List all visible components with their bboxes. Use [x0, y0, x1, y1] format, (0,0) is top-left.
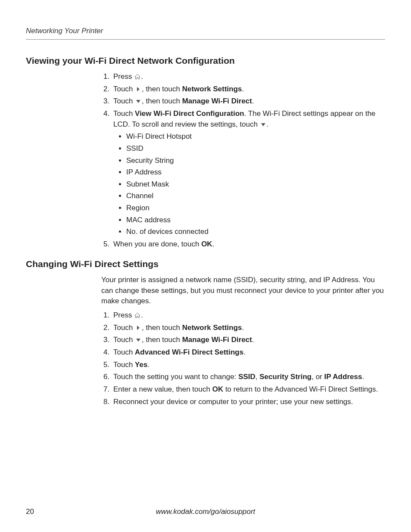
list-item: Subnet Mask: [126, 179, 385, 190]
text: .: [362, 373, 364, 381]
text: .: [267, 120, 269, 128]
text: , then touch: [142, 97, 182, 105]
step-8: Reconnect your device or computer to you…: [112, 397, 385, 408]
bold-text: View Wi-Fi Direct Configuration: [135, 109, 244, 118]
text: .: [147, 361, 149, 369]
bold-text: OK: [212, 385, 224, 393]
bold-text: Security String: [259, 373, 311, 381]
section1-steps: Press . Touch , then touch Network Setti…: [101, 72, 385, 250]
step-6: Touch the setting you want to change: SS…: [112, 372, 385, 383]
down-arrow-icon: [135, 336, 142, 342]
text: Touch: [113, 324, 135, 332]
text: .: [252, 336, 254, 344]
footer-url: www.kodak.com/go/aiosupport: [156, 507, 255, 516]
section2-body: Your printer is assigned a network name …: [101, 275, 385, 407]
settings-list: Wi-Fi Direct Hotspot SSID Security Strin…: [113, 131, 385, 237]
list-item: MAC address: [126, 215, 385, 226]
step-4: Touch View Wi-Fi Direct Configuration. T…: [112, 109, 385, 237]
text: ,: [255, 373, 259, 381]
bold-text: Network Settings: [182, 85, 242, 93]
list-item: Region: [126, 203, 385, 214]
text: , then touch: [142, 324, 182, 332]
bold-text: Network Settings: [182, 324, 242, 332]
step-7: Enter a new value, then touch OK to retu…: [112, 384, 385, 395]
text: Press: [113, 311, 134, 319]
text: , or: [311, 373, 324, 381]
section-heading-viewing: Viewing your Wi-Fi Direct Network Config…: [26, 54, 385, 67]
bold-text: OK: [201, 240, 212, 248]
section2-steps: Press . Touch , then touch Network Setti…: [101, 310, 385, 407]
step-3: Touch , then touch Manage Wi-Fi Direct.: [112, 335, 385, 345]
step-3: Touch , then touch Manage Wi-Fi Direct.: [112, 96, 385, 107]
down-arrow-icon: [260, 120, 267, 126]
step-2: Touch , then touch Network Settings.: [112, 323, 385, 333]
bold-text: SSID: [238, 373, 255, 381]
text: Touch: [113, 85, 135, 93]
bold-text: IP Address: [324, 373, 362, 381]
home-icon: [134, 72, 141, 78]
text: When you are done, touch: [113, 240, 201, 248]
down-arrow-icon: [135, 97, 142, 103]
right-arrow-icon: [135, 324, 142, 330]
bold-text: Advanced Wi-Fi Direct Settings: [135, 348, 243, 356]
text: Touch: [113, 361, 135, 369]
home-icon: [134, 311, 141, 317]
section-heading-changing: Changing Wi-Fi Direct Settings: [26, 258, 385, 271]
list-item: SSID: [126, 143, 385, 154]
bold-text: Manage Wi-Fi Direct: [182, 97, 252, 105]
list-item: No. of devices connected: [126, 227, 385, 237]
step-5: When you are done, touch OK.: [112, 239, 385, 250]
text: .: [242, 85, 244, 93]
step-2: Touch , then touch Network Settings.: [112, 84, 385, 95]
running-head: Networking Your Printer: [26, 26, 385, 40]
list-item: Security String: [126, 156, 385, 166]
text: Touch: [113, 336, 135, 344]
list-item: Channel: [126, 191, 385, 202]
text: .: [141, 311, 143, 319]
text: Touch: [113, 348, 135, 356]
text: Touch: [113, 109, 135, 118]
page-footer: 20 www.kodak.com/go/aiosupport: [26, 507, 385, 517]
text: to return to the Advanced Wi-Fi Direct S…: [223, 385, 378, 393]
text: .: [141, 72, 143, 81]
text: .: [243, 348, 246, 356]
text: Reconnect your device or computer to you…: [113, 398, 353, 406]
manual-page: Networking Your Printer Viewing your Wi-…: [0, 0, 411, 532]
text: .: [212, 240, 215, 248]
text: .: [242, 324, 244, 332]
intro-paragraph: Your printer is assigned a network name …: [101, 275, 385, 307]
text: , then touch: [142, 85, 182, 93]
step-4: Touch Advanced Wi-Fi Direct Settings.: [112, 347, 385, 358]
step-5: Touch Yes.: [112, 360, 385, 370]
bold-text: Manage Wi-Fi Direct: [182, 336, 252, 344]
text: Touch: [113, 97, 135, 105]
list-item: Wi-Fi Direct Hotspot: [126, 131, 385, 142]
text: , then touch: [142, 336, 182, 344]
text: Press: [113, 72, 134, 81]
right-arrow-icon: [135, 85, 142, 91]
bold-text: Yes: [135, 361, 147, 369]
text: Enter a new value, then touch: [113, 385, 212, 393]
step-1: Press .: [112, 310, 385, 321]
page-number: 20: [26, 507, 34, 517]
text: Touch the setting you want to change:: [113, 373, 238, 381]
section1-body: Press . Touch , then touch Network Setti…: [101, 72, 385, 250]
list-item: IP Address: [126, 167, 385, 178]
text: .: [252, 97, 254, 105]
step-1: Press .: [112, 72, 385, 82]
